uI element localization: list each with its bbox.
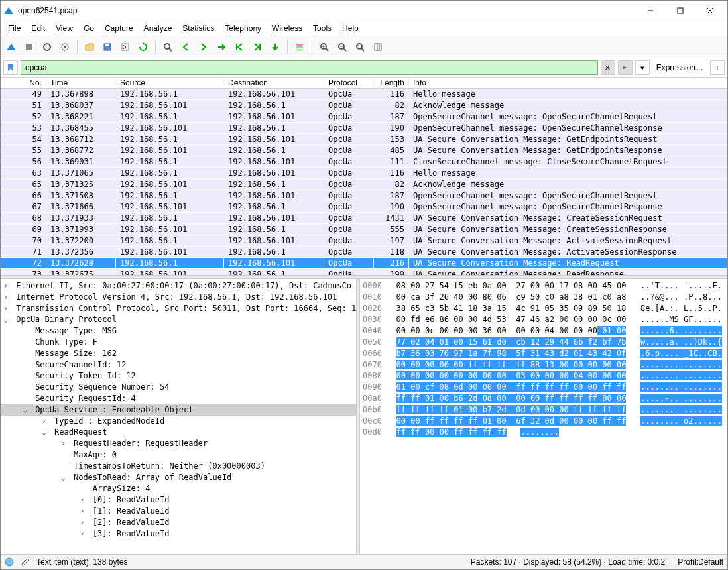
display-filter-input[interactable]: [24, 62, 595, 73]
hex-row[interactable]: 0080 00 00 00 00 00 00 00 00 03 00 00 00…: [363, 370, 725, 382]
auto-scroll-icon[interactable]: [267, 39, 283, 55]
zoom-in-icon[interactable]: [316, 39, 332, 55]
menu-capture[interactable]: Capture: [100, 23, 138, 34]
tree-toggle-icon[interactable]: ⌄: [23, 404, 30, 416]
maximize-button[interactable]: [665, 1, 695, 20]
save-file-icon[interactable]: [99, 39, 115, 55]
go-first-icon[interactable]: [231, 39, 247, 55]
tree-node[interactable]: ⌄ ReadRequest: [1, 427, 356, 438]
tree-toggle-icon[interactable]: [23, 382, 30, 393]
tree-node[interactable]: Chunk Type: F: [1, 337, 356, 348]
packet-details-tree[interactable]: › Ethernet II, Src: 0a:00:27:00:00:17 (0…: [1, 279, 356, 554]
clear-filter-icon[interactable]: ✕: [601, 60, 615, 75]
expression-button[interactable]: Expression…: [652, 63, 707, 72]
tree-node[interactable]: › TypeId : ExpandedNodeId: [1, 416, 356, 427]
hex-row[interactable]: 0090 01 00 cf 08 0d 00 00 00 ff ff ff ff…: [363, 382, 725, 393]
hex-row[interactable]: 00b0 ff ff ff ff 01 00 b7 2d 0d 00 00 00…: [363, 404, 725, 416]
packet-list[interactable]: No. Time Source Destination Protocol Len…: [1, 78, 727, 275]
tree-toggle-icon[interactable]: ›: [3, 303, 11, 314]
hex-row[interactable]: 0050 77 02 04 01 00 15 61 d0 cb 12 29 44…: [363, 337, 725, 348]
tree-node[interactable]: › [3]: ReadValueId: [1, 528, 356, 540]
status-profile[interactable]: Profil:Default: [672, 557, 723, 567]
shark-icon[interactable]: [3, 39, 19, 55]
reload-icon[interactable]: [135, 39, 151, 55]
menu-telephony[interactable]: Telephony: [220, 23, 266, 34]
go-forward-icon[interactable]: [196, 39, 212, 55]
open-file-icon[interactable]: [82, 39, 97, 55]
tree-node[interactable]: › [1]: ReadValueId: [1, 506, 356, 517]
packet-row[interactable]: 6613.371508192.168.56.1192.168.56.101Opc…: [1, 190, 727, 201]
packet-row[interactable]: 4913.367898192.168.56.1192.168.56.101Opc…: [1, 89, 727, 100]
packet-row[interactable]: 7213.372628192.168.56.1192.168.56.101Opc…: [1, 258, 727, 269]
col-length[interactable]: Length: [374, 78, 409, 88]
col-protocol[interactable]: Protocol: [324, 78, 374, 88]
tree-node[interactable]: ArraySize: 4: [1, 483, 356, 494]
resize-columns-icon[interactable]: [370, 39, 386, 55]
tree-toggle-icon[interactable]: [23, 393, 30, 404]
stop-capture-icon[interactable]: [21, 39, 37, 55]
tree-node[interactable]: Security RequestId: 4: [1, 393, 356, 404]
hex-row[interactable]: 00c0 00 00 ff ff ff ff 01 00 6f 32 0d 00…: [363, 416, 725, 427]
tree-toggle-icon[interactable]: ›: [80, 494, 88, 506]
apply-filter-icon[interactable]: [618, 60, 633, 75]
packet-row[interactable]: 6513.371325192.168.56.101192.168.56.1Opc…: [1, 179, 727, 190]
restart-capture-icon[interactable]: [39, 39, 55, 55]
packet-row[interactable]: 6813.371933192.168.56.1192.168.56.101Opc…: [1, 213, 727, 224]
menu-edit[interactable]: Edit: [27, 23, 50, 34]
tree-toggle-icon[interactable]: [23, 359, 30, 370]
hex-row[interactable]: 00d0 ff ff 00 00 ff ff ff ff ........: [363, 427, 725, 438]
menu-statistics[interactable]: Statistics: [178, 23, 219, 34]
tree-node[interactable]: ⌄ OpcUa Binary Protocol: [1, 314, 356, 325]
edit-icon[interactable]: [21, 557, 30, 567]
close-button[interactable]: [695, 1, 725, 20]
packet-row[interactable]: 5313.368455192.168.56.101192.168.56.1Opc…: [1, 123, 727, 134]
zoom-out-icon[interactable]: [334, 39, 350, 55]
packet-bytes-hex[interactable]: 0000 08 00 27 54 f5 eb 0a 00 27 00 00 17…: [360, 279, 727, 554]
tree-toggle-icon[interactable]: ⌄: [42, 427, 50, 438]
menu-wireless[interactable]: Wireless: [267, 23, 307, 34]
tree-toggle-icon[interactable]: ⌄: [3, 314, 11, 325]
hex-row[interactable]: 0020 38 65 c3 5b 41 18 3a 15 4c 91 05 35…: [363, 303, 725, 314]
packet-row[interactable]: 5513.368772192.168.56.101192.168.56.1Opc…: [1, 145, 727, 156]
tree-node[interactable]: › Ethernet II, Src: 0a:00:27:00:00:17 (0…: [1, 280, 356, 292]
tree-toggle-icon[interactable]: [61, 449, 69, 461]
colorize-icon[interactable]: [292, 39, 308, 55]
packet-row[interactable]: 7313.372675192.168.56.101192.168.56.1Opc…: [1, 269, 727, 275]
tree-node[interactable]: Message Type: MSG: [1, 325, 356, 337]
hex-row[interactable]: 0070 00 00 00 00 00 ff ff ff ff 88 13 00…: [363, 359, 725, 370]
zoom-reset-icon[interactable]: 1: [352, 39, 368, 55]
col-no[interactable]: No.: [1, 78, 46, 88]
tree-toggle-icon[interactable]: ⌄: [61, 472, 69, 483]
tree-toggle-icon[interactable]: ›: [61, 438, 69, 449]
tree-toggle-icon[interactable]: ›: [80, 517, 88, 528]
tree-toggle-icon[interactable]: ›: [3, 292, 11, 303]
recent-filter-icon[interactable]: ▾: [635, 60, 650, 75]
tree-node[interactable]: › [0]: ReadValueId: [1, 494, 356, 506]
menu-tools[interactable]: Tools: [308, 23, 336, 34]
packet-row[interactable]: 7013.372200192.168.56.1192.168.56.101Opc…: [1, 235, 727, 247]
tree-toggle-icon[interactable]: ›: [80, 528, 88, 540]
packet-row[interactable]: 6713.371666192.168.56.101192.168.56.1Opc…: [1, 201, 727, 213]
col-source[interactable]: Source: [116, 78, 224, 88]
tree-node[interactable]: Security Token Id: 12: [1, 370, 356, 382]
tree-node[interactable]: › RequestHeader: RequestHeader: [1, 438, 356, 449]
hex-row[interactable]: 0000 08 00 27 54 f5 eb 0a 00 27 00 00 17…: [363, 280, 725, 292]
tree-toggle-icon[interactable]: [61, 461, 69, 472]
menu-analyze[interactable]: Analyze: [139, 23, 177, 34]
tree-toggle-icon[interactable]: [23, 370, 30, 382]
find-icon[interactable]: [160, 39, 176, 55]
packet-row[interactable]: 5613.369031192.168.56.1192.168.56.101Opc…: [1, 156, 727, 168]
tree-node[interactable]: ⌄ OpcUa Service : Encodeable Object: [1, 404, 356, 416]
hex-row[interactable]: 0030 00 fd e6 86 00 00 4d 53 47 46 a2 00…: [363, 314, 725, 325]
menu-file[interactable]: File: [3, 23, 25, 34]
tree-node[interactable]: › Internet Protocol Version 4, Src: 192.…: [1, 292, 356, 303]
tree-toggle-icon[interactable]: [23, 337, 30, 348]
packet-row[interactable]: 5213.368221192.168.56.1192.168.56.101Opc…: [1, 111, 727, 123]
menu-go[interactable]: Go: [79, 23, 99, 34]
capture-options-icon[interactable]: [57, 39, 73, 55]
expert-info-icon[interactable]: [5, 557, 14, 567]
packet-row[interactable]: 5413.368712192.168.56.1192.168.56.101Opc…: [1, 134, 727, 145]
add-filter-button[interactable]: +: [710, 60, 725, 75]
bookmark-filter-icon[interactable]: [3, 60, 18, 75]
tree-toggle-icon[interactable]: ›: [3, 280, 11, 292]
